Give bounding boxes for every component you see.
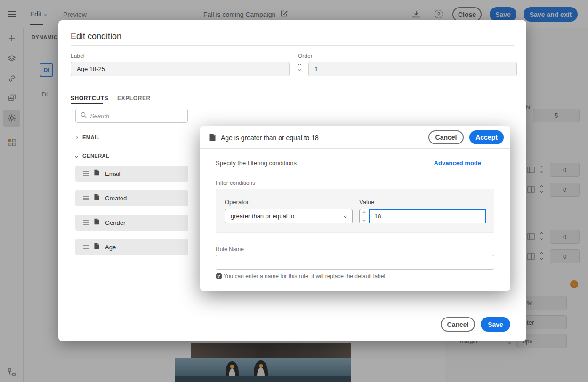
shortcut-item-email[interactable]: Email xyxy=(75,166,188,182)
rule-hint-text: You can enter a name for this rule: it w… xyxy=(224,273,385,279)
shortcut-search[interactable] xyxy=(75,109,188,123)
operator-label: Operator xyxy=(225,199,249,206)
file-icon xyxy=(94,169,99,178)
drag-handle-icon[interactable] xyxy=(83,169,89,178)
shortcut-item-label: Age xyxy=(105,244,116,251)
label-input[interactable] xyxy=(71,62,290,76)
file-icon xyxy=(94,218,99,227)
stepper-down-button[interactable] xyxy=(360,216,369,223)
modal-title: Edit condition xyxy=(71,32,121,41)
drag-handle-icon[interactable] xyxy=(83,218,89,227)
value-stepper[interactable] xyxy=(359,209,369,223)
shortcut-item-label: Email xyxy=(105,170,121,177)
file-icon xyxy=(94,194,99,202)
search-icon xyxy=(81,111,87,120)
file-icon xyxy=(209,134,216,143)
shortcut-item-created[interactable]: Created xyxy=(75,190,188,206)
chevron-right-icon xyxy=(75,135,78,139)
cancel-button[interactable]: Cancel xyxy=(441,317,475,332)
order-input[interactable] xyxy=(308,62,517,76)
shortcut-item-age[interactable]: Age xyxy=(75,239,188,255)
shortcut-item-label: Created xyxy=(105,195,127,202)
filter-conditions-label: Filter conditions xyxy=(216,180,255,186)
order-field-label: Order xyxy=(298,53,313,59)
tab-shortcuts-underline xyxy=(71,103,103,104)
drag-handle-icon[interactable] xyxy=(83,194,89,202)
order-stepper[interactable] xyxy=(298,64,301,71)
label-field-label: Label xyxy=(71,53,84,59)
rule-name-label: Rule Name xyxy=(216,246,244,253)
rule-accept-button[interactable]: Accept xyxy=(469,130,504,144)
rule-editor-modal: Age is greater than or equal to 18 Cance… xyxy=(200,126,510,291)
advanced-mode-link[interactable]: Advanced mode xyxy=(434,159,481,167)
tree-group-email-label: EMAIL xyxy=(82,135,100,140)
rule-subtitle: Specify the filtering conditions xyxy=(216,159,297,167)
stepper-up-button[interactable] xyxy=(360,209,369,216)
chevron-down-icon xyxy=(344,215,347,218)
tab-explorer[interactable]: EXPLORER xyxy=(117,95,151,102)
rule-hint: ? You can enter a name for this rule: it… xyxy=(216,273,385,279)
tree-group-email[interactable]: EMAIL xyxy=(75,135,100,140)
title-divider xyxy=(71,45,514,46)
operator-value: greater than or equal to xyxy=(231,213,294,220)
tree-group-general[interactable]: GENERAL xyxy=(75,153,109,159)
filter-conditions-box: Operator greater than or equal to Value xyxy=(216,189,494,233)
rule-cancel-button[interactable]: Cancel xyxy=(428,130,464,144)
help-filled-icon: ? xyxy=(216,273,222,279)
value-label: Value xyxy=(359,199,374,206)
chevron-down-icon xyxy=(75,154,78,157)
file-icon xyxy=(94,243,99,251)
operator-select[interactable]: greater than or equal to xyxy=(225,209,353,223)
app-root: Edit Preview Fall is coming Campaign ? C… xyxy=(0,0,588,382)
rule-name-input[interactable] xyxy=(216,255,494,270)
shortcut-item-label: Gender xyxy=(105,219,125,226)
rule-modal-title: Age is greater than or equal to 18 xyxy=(221,134,319,142)
tab-shortcuts[interactable]: SHORTCUTS xyxy=(71,95,108,102)
search-input[interactable] xyxy=(90,112,183,119)
save-button[interactable]: Save xyxy=(481,317,510,332)
drag-handle-icon[interactable] xyxy=(83,243,89,251)
value-input[interactable] xyxy=(369,209,486,223)
tree-group-general-label: GENERAL xyxy=(82,153,109,159)
shortcut-item-gender[interactable]: Gender xyxy=(75,215,188,231)
